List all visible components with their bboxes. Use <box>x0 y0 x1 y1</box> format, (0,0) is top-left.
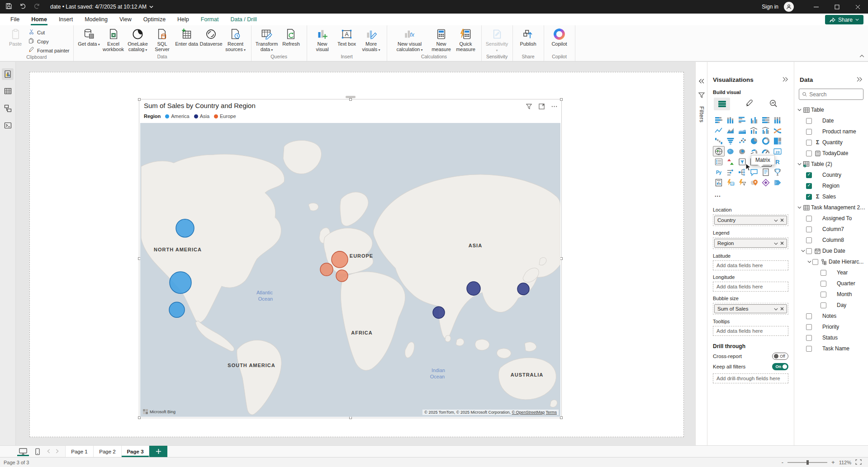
map-visual[interactable] <box>713 146 725 156</box>
chevron-down-icon[interactable] <box>800 250 806 252</box>
filters-pane-label[interactable]: Filters <box>698 106 705 123</box>
map-bubble-asia[interactable] <box>467 282 480 295</box>
field-checkbox[interactable] <box>806 129 812 135</box>
new-measure-button[interactable]: New measure <box>430 28 453 52</box>
legend-item-asia[interactable]: Asia <box>194 113 209 119</box>
menu-item-help[interactable]: Help <box>171 14 195 25</box>
new-visual-calculation-button[interactable]: fxNew visual calculation ▾ <box>391 28 429 52</box>
more-visuals-button[interactable]: More visuals ▾ <box>360 28 383 52</box>
selection-handle[interactable] <box>560 98 563 101</box>
field-checkbox[interactable] <box>806 313 812 319</box>
field-checkbox[interactable] <box>806 335 812 341</box>
well-empty-latitude[interactable]: Add data fields here <box>713 260 788 270</box>
python-visual[interactable]: Py <box>713 167 725 177</box>
get-data-button[interactable]: Get data ▾ <box>77 28 101 47</box>
new-page-button[interactable] <box>149 446 167 457</box>
tree-item-todaydate[interactable]: TodayDate <box>794 148 868 159</box>
menu-item-home[interactable]: Home <box>25 14 53 25</box>
menu-item-data-drill[interactable]: Data / Drill <box>224 14 262 25</box>
field-checkbox-checked[interactable] <box>806 183 812 189</box>
tab-format-visual[interactable] <box>745 99 754 109</box>
line-clustered-column-chart[interactable] <box>760 125 772 136</box>
key-influencers[interactable] <box>725 167 736 177</box>
desktop-layout-button[interactable] <box>18 446 28 457</box>
field-dropdown-icon[interactable] <box>774 218 778 223</box>
collapse-visualizations-icon[interactable] <box>783 76 788 83</box>
field-remove-icon[interactable] <box>780 218 784 223</box>
zoom-slider[interactable] <box>787 462 827 463</box>
copilot-button[interactable]: Copilot <box>548 28 571 47</box>
more-options-icon[interactable] <box>551 103 558 112</box>
tree-item-column7[interactable]: Column7 <box>794 224 868 235</box>
tree-item-assigned-to[interactable]: Assigned To <box>794 213 868 224</box>
save-icon[interactable] <box>5 3 12 11</box>
chevron-down-icon[interactable] <box>806 260 812 263</box>
field-checkbox[interactable] <box>806 237 812 243</box>
map-visual-card[interactable]: Sum of Sales by Country and Region Regio… <box>139 99 561 418</box>
model-view-button[interactable] <box>2 103 14 114</box>
100-stacked-bar-chart[interactable] <box>760 115 772 125</box>
well-empty-tooltips[interactable]: Add data fields here <box>713 326 788 336</box>
recent-sources-button[interactable]: Recent sources ▾ <box>224 28 247 52</box>
focus-mode-icon[interactable] <box>538 103 545 112</box>
field-checkbox[interactable] <box>821 302 826 308</box>
arcgis-map[interactable] <box>748 177 760 188</box>
map-bubble-europe[interactable] <box>332 251 348 268</box>
selection-handle[interactable] <box>349 98 352 101</box>
page-tab-page-2[interactable]: Page 2 <box>93 446 121 457</box>
100-stacked-column-chart[interactable] <box>772 115 783 125</box>
field-pill[interactable]: Region <box>714 239 787 248</box>
get-more-visuals-button[interactable]: ... <box>715 191 794 198</box>
quick-measure-button[interactable]: Quick measure <box>454 28 478 52</box>
area-chart[interactable] <box>725 125 736 136</box>
format-painter-button[interactable]: Format painter <box>28 47 70 54</box>
line-stacked-column-chart[interactable] <box>748 125 760 136</box>
report-page[interactable]: Sum of Sales by Country and Region Regio… <box>29 72 684 437</box>
field-checkbox[interactable] <box>806 216 812 222</box>
tree-item-priority[interactable]: Priority <box>794 321 868 332</box>
tree-item-quantity[interactable]: ΣQuantity <box>794 137 868 148</box>
treemap-chart[interactable] <box>772 136 783 146</box>
stacked-bar-chart[interactable] <box>713 115 725 125</box>
well-empty-longitude[interactable]: Add data fields here <box>713 282 788 292</box>
slicer-new-visual[interactable] <box>736 177 748 188</box>
field-checkbox[interactable] <box>806 118 812 124</box>
tree-item-date-hierarc-[interactable]: Date Hierarc... <box>794 256 868 267</box>
toggle-cross-report[interactable]: Off <box>772 353 788 360</box>
tree-item-column8[interactable]: Column8 <box>794 235 868 245</box>
kpi-visual[interactable] <box>725 156 736 167</box>
collapse-ribbon-icon[interactable] <box>859 51 864 59</box>
selection-handle[interactable] <box>138 98 141 101</box>
smart-narrative[interactable] <box>760 167 772 177</box>
tree-item-task-management-2025[interactable]: Task Management 2025 <box>794 202 868 213</box>
field-checkbox[interactable] <box>806 151 812 156</box>
toggle-keep-all-filters[interactable]: On <box>772 363 788 370</box>
sensitivity-button[interactable]: Sensitivity ▾ <box>485 28 509 53</box>
account-avatar[interactable] <box>784 2 794 12</box>
field-checkbox-checked[interactable] <box>806 172 812 178</box>
excel-workbook-button[interactable]: Excel workbook <box>102 28 125 52</box>
sql-server-button[interactable]: SQL Server <box>151 28 174 52</box>
power-apps-visual[interactable] <box>760 177 772 188</box>
report-canvas[interactable]: Sum of Sales by Country and Region Regio… <box>16 62 695 445</box>
chevron-down-icon[interactable] <box>796 108 802 111</box>
donut-chart[interactable] <box>760 136 772 146</box>
field-pill[interactable]: Country <box>714 216 787 225</box>
menu-item-optimize[interactable]: Optimize <box>138 14 171 25</box>
search-box[interactable] <box>799 89 863 100</box>
tree-item-task-name[interactable]: Task Name <box>794 343 868 354</box>
clustered-column-chart[interactable] <box>748 115 760 125</box>
maximize-button[interactable] <box>826 0 847 14</box>
document-title[interactable]: date • Last saved: 4/7/2025 at 10:12 AM <box>50 4 153 10</box>
report-view-button[interactable] <box>2 68 14 80</box>
collapse-data-icon[interactable] <box>857 76 863 83</box>
onelake-catalog-button[interactable]: OneLake catalog ▾ <box>126 28 150 52</box>
legend-item-america[interactable]: America <box>165 113 189 119</box>
field-checkbox[interactable] <box>806 226 812 232</box>
funnel-chart[interactable] <box>725 136 736 146</box>
pie-chart[interactable] <box>748 136 760 146</box>
field-checkbox[interactable] <box>821 292 826 297</box>
openstreetmap-link[interactable]: © OpenStreetMap <box>512 410 545 415</box>
scatter-chart[interactable] <box>736 136 748 146</box>
menu-item-view[interactable]: View <box>114 14 138 25</box>
